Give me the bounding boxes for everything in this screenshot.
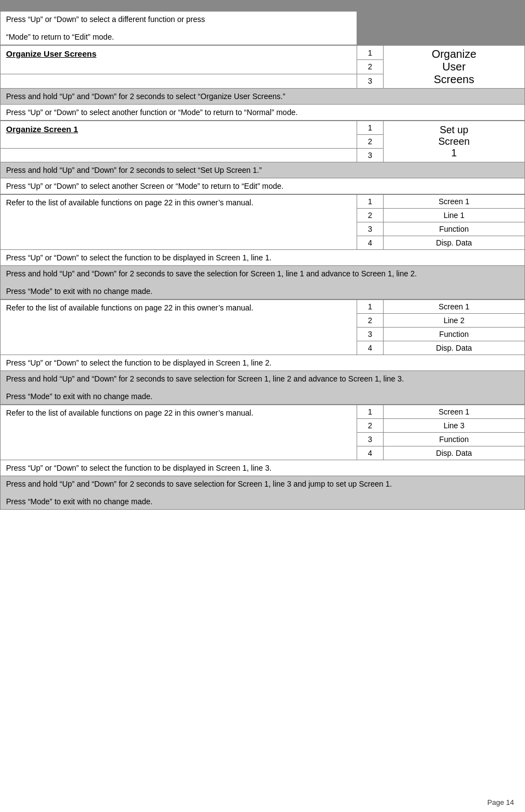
s1l3-desc1-cell: Refer to the list of available functions… <box>1 405 357 460</box>
os1-desc1: Press and hold “Up” and “Down” for 2 sec… <box>6 166 262 175</box>
os1-desc2: Press “Up” or “Down” to select another S… <box>6 182 283 190</box>
ous-label-user: User <box>386 61 522 73</box>
ous-desc1: Press and hold “Up” and “Down” for 2 sec… <box>6 92 285 101</box>
s1l1-num-4: 4 <box>357 236 384 250</box>
s1l1-label-3: Function <box>383 222 524 236</box>
s1l1-desc2: Press “Up” or “Down” to select the funct… <box>6 253 271 262</box>
os1-desc2-row: Press “Up” or “Down” to select another S… <box>1 178 525 195</box>
ous-num-3: 3 <box>357 74 384 88</box>
s1l2-label-3: Function <box>383 328 524 341</box>
s1l1-label-4: Disp. Data <box>383 236 524 250</box>
s1l3-desc2-row: Press “Up” or “Down” to select the funct… <box>1 460 525 476</box>
os1-label-1: 1 <box>386 148 522 159</box>
os1-title-cell: Organize Screen 1 <box>1 121 357 149</box>
ous-desc1-row: Press and hold “Up” and “Down” for 2 sec… <box>1 89 525 105</box>
ous-desc1-cell: Press and hold “Up” and “Down” for 2 sec… <box>1 89 525 105</box>
s1l1-label-2: Line 1 <box>383 209 524 222</box>
organize-user-screens-title-cell: Organize User Screens <box>1 45 357 74</box>
s1l3-num-1: 1 <box>357 405 384 419</box>
s1l2-desc3-cell: Press and hold “Up” and “Down” for 2 sec… <box>1 371 525 405</box>
s1l3-row1: Refer to the list of available functions… <box>1 405 525 419</box>
s1l3-desc3-cell: Press and hold “Up” and “Down” for 2 sec… <box>1 476 525 510</box>
s1l2-label-1: Screen 1 <box>383 299 524 314</box>
os1-num-1: 1 <box>357 121 384 135</box>
top-gray-right <box>357 12 525 46</box>
ous-num-2: 2 <box>357 60 384 74</box>
s1l1-desc3: Press and hold “Up” and “Down” for 2 sec… <box>6 269 417 278</box>
s1l3-num-2: 2 <box>357 419 384 433</box>
s1l2-desc2-row: Press “Up” or “Down” to select the funct… <box>1 355 525 371</box>
s1l3-num-4: 4 <box>357 446 384 460</box>
s1l3-desc2: Press “Up” or “Down” to select the funct… <box>6 464 271 472</box>
s1l3-desc3-row: Press and hold “Up” and “Down” for 2 sec… <box>1 476 525 510</box>
top-text-cell: Press “Up” or “Down” to select a differe… <box>1 12 357 46</box>
os1-title: Organize Screen 1 <box>6 124 78 134</box>
ous-desc2: Press “Up” or “Down” to select another f… <box>6 108 298 117</box>
s1l2-desc3: Press and hold “Up” and “Down” for 2 sec… <box>6 374 404 383</box>
s1l2-num-1: 1 <box>357 299 384 314</box>
os1-row1: Organize Screen 1 1 Set up Screen 1 <box>1 121 525 135</box>
top-text-2: “Mode” to return to “Edit” mode. <box>6 32 114 41</box>
s1l2-desc3-row: Press and hold “Up” and “Down” for 2 sec… <box>1 371 525 405</box>
s1l3-label-2: Line 3 <box>383 419 524 433</box>
os1-filler <box>1 149 357 162</box>
s1l2-num-4: 4 <box>357 341 384 355</box>
s1l3-desc1: Refer to the list of available functions… <box>6 408 253 417</box>
s1l2-desc1-cell: Refer to the list of available functions… <box>1 299 357 355</box>
s1l1-desc1: Refer to the list of available functions… <box>6 198 253 207</box>
page-number: Page 14 <box>488 798 514 806</box>
organize-user-screens-title: Organize User Screens <box>6 49 96 58</box>
s1l1-desc2-row: Press “Up” or “Down” to select the funct… <box>1 250 525 266</box>
s1l2-num-2: 2 <box>357 314 384 328</box>
s1l2-label-2: Line 2 <box>383 314 524 328</box>
s1l2-desc1: Refer to the list of available functions… <box>6 303 253 312</box>
s1l2-desc2-cell: Press “Up” or “Down” to select the funct… <box>1 355 525 371</box>
os1-desc2-cell: Press “Up” or “Down” to select another S… <box>1 178 525 195</box>
s1l1-desc1-cell: Refer to the list of available functions… <box>1 194 357 250</box>
os1-num-3: 3 <box>357 149 384 162</box>
organize-user-screens-row1: Organize User Screens 1 Organize User Sc… <box>1 45 525 60</box>
s1l2-label-4: Disp. Data <box>383 341 524 355</box>
os1-label-cell: Set up Screen 1 <box>383 121 524 162</box>
s1l2-num-3: 3 <box>357 328 384 341</box>
s1l1-row1: Refer to the list of available functions… <box>1 194 525 209</box>
top-text-row: Press “Up” or “Down” to select a differe… <box>1 12 525 46</box>
ous-desc2-cell: Press “Up” or “Down” to select another f… <box>1 105 525 121</box>
s1l3-num-3: 3 <box>357 433 384 446</box>
ous-label-cell: Organize User Screens <box>383 45 524 89</box>
os1-desc1-cell: Press and hold “Up” and “Down” for 2 sec… <box>1 162 525 178</box>
s1l1-desc2-cell: Press “Up” or “Down” to select the funct… <box>1 250 525 266</box>
s1l3-desc4: Press “Mode” to exit with no change made… <box>6 497 152 506</box>
s1l2-desc2: Press “Up” or “Down” to select the funct… <box>6 358 271 367</box>
s1l3-label-3: Function <box>383 433 524 446</box>
s1l3-desc2-cell: Press “Up” or “Down” to select the funct… <box>1 460 525 476</box>
ous-label-organize: Organize <box>386 48 522 61</box>
s1l3-label-1: Screen 1 <box>383 405 524 419</box>
top-text-1: Press “Up” or “Down” to select a differe… <box>6 15 205 24</box>
s1l1-desc4: Press “Mode” to exit with no change made… <box>6 287 152 296</box>
ous-label-screens: Screens <box>386 73 522 86</box>
s1l1-label-1: Screen 1 <box>383 194 524 209</box>
s1l1-num-3: 3 <box>357 222 384 236</box>
os1-label-setup: Set up <box>386 124 522 136</box>
s1l2-desc4: Press “Mode” to exit with no change made… <box>6 392 152 401</box>
ous-desc2-row: Press “Up” or “Down” to select another f… <box>1 105 525 121</box>
s1l3-desc3: Press and hold “Up” and “Down” for 2 sec… <box>6 479 392 488</box>
s1l3-label-4: Disp. Data <box>383 446 524 460</box>
s1l1-num-1: 1 <box>357 194 384 209</box>
s1l1-num-2: 2 <box>357 209 384 222</box>
os1-label-screen: Screen <box>386 136 522 148</box>
ous-num-1: 1 <box>357 45 384 60</box>
os1-num-2: 2 <box>357 135 384 149</box>
top-header-row <box>1 1 525 12</box>
s1l1-desc3-row: Press and hold “Up” and “Down” for 2 sec… <box>1 266 525 300</box>
s1l2-row1: Refer to the list of available functions… <box>1 299 525 314</box>
ous-num-3-filler <box>1 74 357 88</box>
s1l1-desc3-cell: Press and hold “Up” and “Down” for 2 sec… <box>1 266 525 300</box>
os1-desc1-row: Press and hold “Up” and “Down” for 2 sec… <box>1 162 525 178</box>
